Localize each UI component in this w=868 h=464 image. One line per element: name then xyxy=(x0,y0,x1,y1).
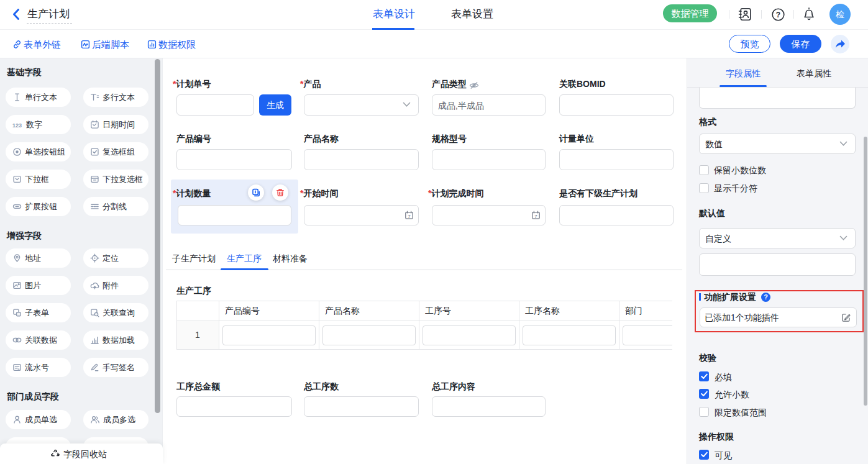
svg-text:7: 7 xyxy=(408,214,411,219)
svg-text:?: ? xyxy=(776,10,780,19)
svg-text:123: 123 xyxy=(12,122,22,129)
svg-text:7: 7 xyxy=(534,214,537,219)
